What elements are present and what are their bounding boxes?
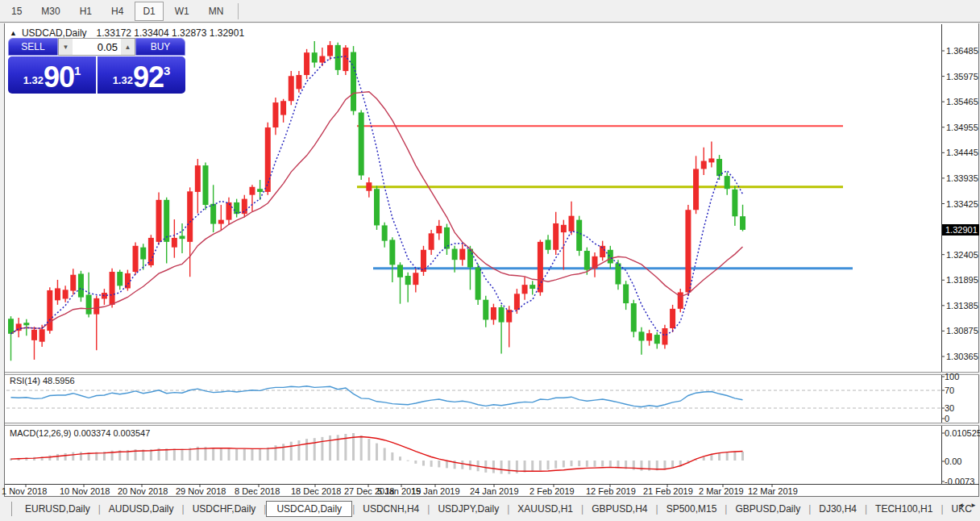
date-axis-label: 20 Nov 2018 (118, 486, 168, 496)
symbol-tab-sp500[interactable]: SP500,M15 (658, 502, 725, 516)
bid-prefix: 1.32 (23, 74, 44, 86)
date-axis-label: 1 Nov 2018 (2, 486, 47, 496)
symbol-tab-dj30[interactable]: DJ30,H4 (811, 502, 865, 516)
price-axis-label: 1.35465 (946, 97, 980, 106)
timeframe-button-w1[interactable]: W1 (167, 2, 197, 21)
price-axis-label: 1.30365 (946, 352, 980, 361)
buy-button[interactable]: BUY (135, 38, 185, 56)
symbol-tab-usdchf[interactable]: USDCHF,Daily (185, 502, 264, 516)
bid-big-digits: 90 (44, 64, 74, 90)
quote-display: 1.32 90 1 1.32 92 3 (8, 56, 185, 94)
indicator-axis-label: 100 (945, 372, 959, 381)
date-axis-label: 12 Feb 2019 (586, 486, 636, 496)
rsi-pane-splitter[interactable] (5, 372, 979, 375)
timeframe-button-d1[interactable]: D1 (135, 2, 163, 21)
symbol-tab-bar: EURUSD,Daily|AUDUSD,Daily|USDCHF,Daily|U… (0, 497, 980, 521)
bid-pipette-digit: 1 (74, 64, 81, 77)
tabbar-edge-separator (11, 502, 12, 516)
volume-increase-button[interactable]: ▲ (121, 39, 135, 55)
symbol-tab-eurusd[interactable]: EURUSD,Daily (17, 502, 98, 516)
symbol-tab-tech100[interactable]: TECH100,H1 (867, 502, 941, 516)
date-axis-label: 8 Dec 2018 (235, 486, 280, 496)
date-axis-label: 21 Feb 2019 (643, 486, 693, 496)
collapse-arrow-icon[interactable]: ▲ (10, 29, 17, 37)
price-axis-label: 1.31385 (946, 301, 980, 311)
date-axis-label: 15 Jan 2019 (411, 486, 460, 496)
date-axis-label: 2 Feb 2019 (529, 486, 575, 496)
tab-scroll-arrows: ◄ ► (957, 502, 977, 509)
symbol-tab-usdcad[interactable]: USDCAD,Daily (266, 501, 352, 517)
price-axis-label: 1.34445 (946, 148, 980, 157)
symbol-tab-gbpusd[interactable]: GBPUSD,Daily (727, 502, 808, 516)
ask-pipette-digit: 3 (164, 64, 170, 77)
price-axis-label: 1.32405 (946, 250, 980, 260)
toolbar-separator (238, 3, 239, 19)
price-axis-label: 1.36485 (946, 46, 980, 56)
chart-ohlc-values: 1.33172 1.33404 1.32873 1.32901 (97, 27, 245, 39)
timeframe-button-mn[interactable]: MN (201, 2, 232, 21)
timeframe-button-h4[interactable]: H4 (103, 2, 131, 21)
timeframe-toolbar: 15M30H1H4D1W1MN (0, 0, 980, 23)
symbol-tab-audusd[interactable]: AUDUSD,Daily (101, 502, 182, 516)
timeframe-button-15[interactable]: 15 (3, 2, 30, 21)
price-axis-label: 1.31895 (946, 275, 980, 285)
symbol-tab-gbpusd[interactable]: GBPUSD,H4 (583, 502, 655, 516)
price-axis-separator (941, 24, 942, 484)
bid-price[interactable]: 1.32 90 1 (8, 56, 98, 94)
volume-input[interactable] (73, 39, 121, 55)
indicator-axis-label: 0.00 (945, 456, 961, 466)
tab-scroll-right-icon[interactable]: ► (970, 502, 977, 509)
indicator-axis-label: 0 (945, 414, 949, 423)
price-axis-label: 1.35975 (946, 72, 980, 81)
date-axis-label: 18 Dec 2018 (291, 486, 341, 496)
indicator-axis-label: 70 (945, 386, 954, 395)
symbol-tab-usdcnh[interactable]: USDCNH,H4 (355, 502, 427, 516)
indicator-axis-label: 30 (945, 403, 954, 413)
price-axis-label: 1.30875 (946, 326, 980, 336)
date-axis-label: 12 Mar 2019 (748, 486, 798, 496)
chart-title-row: ▲ USDCAD,Daily 1.33172 1.33404 1.32873 1… (10, 27, 244, 39)
rsi-label: RSI(14) 48.5956 (10, 376, 75, 386)
sell-button[interactable]: SELL (8, 38, 58, 56)
symbol-tab-xauusd[interactable]: XAUUSD,H1 (509, 502, 581, 516)
macd-label: MACD(12,26,9) 0.003374 0.003547 (10, 428, 150, 438)
symbol-tab-usdjpy[interactable]: USDJPY,Daily (430, 502, 507, 516)
date-axis-label: 24 Jan 2019 (470, 486, 519, 496)
date-axis-label: 29 Nov 2018 (176, 486, 226, 496)
volume-decrease-button[interactable]: ▼ (59, 39, 73, 55)
volume-stepper: ▼ ▲ (58, 38, 135, 56)
timeframe-button-h1[interactable]: H1 (72, 2, 100, 21)
date-axis-separator (5, 484, 979, 485)
chart-symbol-title: USDCAD,Daily (22, 27, 87, 39)
indicator-axis-label: 0.010525 (945, 428, 980, 438)
current-price-badge: 1.32901 (942, 224, 979, 235)
macd-pane-splitter[interactable] (5, 423, 979, 426)
timeframe-button-m30[interactable]: M30 (33, 2, 68, 21)
ask-big-digits: 92 (133, 64, 164, 90)
tab-scroll-left-icon[interactable]: ◄ (957, 502, 964, 509)
price-axis-label: 1.34955 (946, 123, 980, 132)
one-click-trading-panel: SELL ▼ ▲ BUY 1.32 90 1 1.32 92 3 (8, 38, 185, 94)
date-axis-label: 10 Nov 2018 (60, 486, 110, 496)
indicator-axis-label: -0.0073 (945, 477, 974, 486)
ask-price[interactable]: 1.32 92 3 (98, 56, 185, 94)
price-axis-label: 1.33935 (946, 173, 980, 183)
price-axis-label: 1.33425 (946, 199, 980, 209)
date-axis-label: 2 Mar 2019 (699, 486, 744, 496)
ask-prefix: 1.32 (113, 74, 133, 86)
